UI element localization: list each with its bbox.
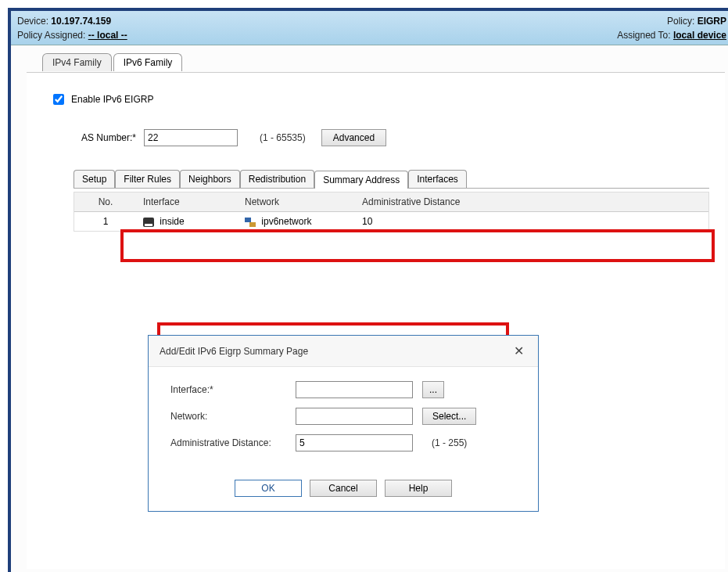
dialog-title-text: Add/Edit IPv6 Eigrp Summary Page xyxy=(160,346,308,357)
policy-value: EIGRP xyxy=(698,16,726,27)
device-label: Device: xyxy=(17,16,51,27)
device-value: 10.197.74.159 xyxy=(51,16,111,27)
cancel-button[interactable]: Cancel xyxy=(310,480,377,497)
network-input[interactable] xyxy=(296,408,413,425)
policy-assigned-label: Policy Assigned: xyxy=(17,30,88,41)
family-tabs: IPv4 Family IPv6 Family xyxy=(42,53,184,71)
advanced-button[interactable]: Advanced xyxy=(321,129,386,146)
sub-tab-setup[interactable]: Setup xyxy=(74,170,115,188)
app-window: Device: 10.197.74.159 Policy Assigned: -… xyxy=(8,8,728,572)
dialog-titlebar: Add/Edit IPv6 Eigrp Summary Page ✕ xyxy=(149,336,538,367)
sub-tab-neighbors[interactable]: Neighbors xyxy=(180,170,240,188)
network-label: Network: xyxy=(170,411,296,422)
sub-tab-filter-rules[interactable]: Filter Rules xyxy=(115,170,180,188)
summary-table: No. Interface Network Administrative Dis… xyxy=(74,192,709,232)
col-interface[interactable]: Interface xyxy=(137,192,238,212)
sub-tab-interfaces[interactable]: Interfaces xyxy=(408,170,467,188)
table-header-row: No. Interface Network Administrative Dis… xyxy=(74,192,708,212)
cell-network-text: ipv6network xyxy=(261,216,311,227)
policy-label: Policy: xyxy=(667,16,698,27)
policy-assigned-link[interactable]: -- local -- xyxy=(88,30,127,41)
header-left: Device: 10.197.74.159 Policy Assigned: -… xyxy=(17,14,127,41)
sub-tabs: Setup Filter Rules Neighbors Redistribut… xyxy=(74,170,709,189)
interface-input[interactable] xyxy=(296,381,413,398)
assigned-to-link[interactable]: local device xyxy=(673,30,726,41)
sub-tabs-wrapper: Setup Filter Rules Neighbors Redistribut… xyxy=(74,170,709,189)
tab-ipv4-family[interactable]: IPv4 Family xyxy=(42,53,112,71)
add-edit-summary-dialog: Add/Edit IPv6 Eigrp Summary Page ✕ Inter… xyxy=(148,335,539,512)
admin-distance-input[interactable] xyxy=(296,434,413,451)
interface-browse-button[interactable]: ... xyxy=(422,381,444,398)
tab-ipv6-family[interactable]: IPv6 Family xyxy=(113,53,183,71)
sub-tab-redistribution[interactable]: Redistribution xyxy=(240,170,314,188)
as-number-label: AS Number:* xyxy=(74,132,136,143)
interface-icon xyxy=(143,218,154,227)
table-row[interactable]: 1 inside ipv6network 10 xyxy=(74,212,708,232)
header-right: Policy: EIGRP Assigned To: local device xyxy=(617,14,726,41)
ok-button[interactable]: OK xyxy=(235,480,302,497)
dialog-buttons: OK Cancel Help xyxy=(149,467,538,511)
as-number-range: (1 - 65535) xyxy=(260,132,306,143)
network-icon xyxy=(245,218,256,227)
network-select-button[interactable]: Select... xyxy=(422,408,476,425)
enable-ipv6-eigrp-checkbox[interactable] xyxy=(53,94,64,105)
cell-network: ipv6network xyxy=(238,212,356,232)
as-number-row: AS Number:* (1 - 65535) Advanced xyxy=(74,129,709,146)
enable-ipv6-eigrp-row: Enable IPv6 EIGRP xyxy=(50,92,709,107)
network-row: Network: Select... xyxy=(170,408,521,425)
as-number-input[interactable] xyxy=(144,129,238,146)
close-icon[interactable]: ✕ xyxy=(511,344,527,358)
admin-distance-range: (1 - 255) xyxy=(432,437,467,448)
dialog-body: Interface:* ... Network: Select... Admin… xyxy=(149,367,538,467)
cell-admin-distance: 10 xyxy=(356,212,708,232)
content-area: IPv4 Family IPv6 Family Enable IPv6 EIGR… xyxy=(11,45,728,572)
help-button[interactable]: Help xyxy=(385,480,452,497)
cell-interface-text: inside xyxy=(160,216,184,227)
interface-row: Interface:* ... xyxy=(170,381,521,398)
col-admin-distance[interactable]: Administrative Distance xyxy=(356,192,708,212)
admin-distance-label: Administrative Distance: xyxy=(170,437,296,448)
cell-no: 1 xyxy=(74,212,137,232)
col-no[interactable]: No. xyxy=(74,192,137,212)
sub-tab-summary-address[interactable]: Summary Address xyxy=(314,171,408,189)
col-network[interactable]: Network xyxy=(238,192,356,212)
interface-label: Interface:* xyxy=(170,384,296,395)
header-bar: Device: 10.197.74.159 Policy Assigned: -… xyxy=(11,11,728,45)
enable-ipv6-eigrp-label: Enable IPv6 EIGRP xyxy=(71,94,153,105)
assigned-to-label: Assigned To: xyxy=(617,30,673,41)
admin-distance-row: Administrative Distance: (1 - 255) xyxy=(170,434,521,451)
cell-interface: inside xyxy=(137,212,238,232)
